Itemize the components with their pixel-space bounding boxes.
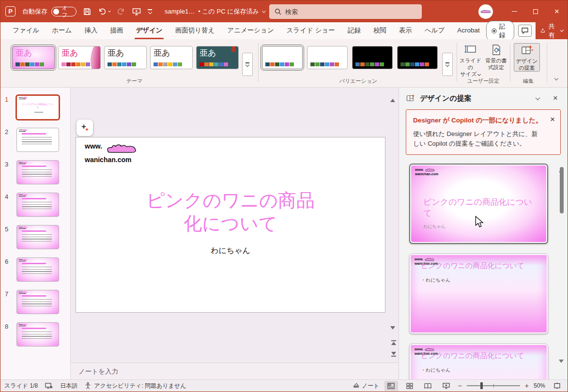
slide-3-preview[interactable] — [16, 160, 59, 184]
pane-close-button[interactable]: × — [550, 93, 561, 104]
variation-thumbnail-4[interactable] — [397, 46, 438, 69]
design-suggestion-3[interactable]: www. wanichan.com ピンクのワニの商品化について わにちゃん — [409, 344, 548, 379]
slide-6-preview[interactable] — [16, 257, 59, 282]
color-swatch — [81, 62, 85, 66]
pane-options-button[interactable] — [532, 93, 543, 104]
display-settings-button[interactable] — [45, 382, 53, 389]
zoom-in-button[interactable]: + — [525, 382, 529, 390]
slide-1-preview[interactable]: ピンクのワニの商品化について — [15, 94, 60, 121]
scroll-up-button[interactable] — [390, 90, 395, 99]
title-dropdown-icon[interactable] — [262, 9, 266, 13]
search-input[interactable] — [285, 8, 401, 15]
slide-8-preview[interactable] — [16, 322, 59, 347]
theme-thumbnail-white[interactable]: 亜あ — [150, 46, 193, 69]
tab-review[interactable]: 校閲 — [367, 22, 393, 39]
scroll-down-button[interactable] — [390, 330, 395, 338]
zoom-out-button[interactable]: − — [458, 382, 462, 390]
tab-insert[interactable]: 挿入 — [78, 22, 104, 39]
undo-button[interactable] — [98, 7, 110, 16]
autosave-toggle[interactable]: オフ — [51, 7, 77, 16]
fit-to-window-button[interactable] — [550, 381, 564, 391]
slide-2-preview[interactable] — [16, 128, 59, 152]
account-avatar[interactable] — [478, 4, 493, 19]
tab-slideshow[interactable]: スライド ショー — [280, 22, 341, 39]
tab-help[interactable]: ヘルプ — [418, 22, 451, 39]
slide-thumbnail-6[interactable]: 6 — [0, 257, 70, 282]
theme-thumbnail-dark[interactable]: 亜あ — [196, 46, 239, 69]
slide-thumbnail-2[interactable]: 2 — [0, 128, 70, 152]
close-button[interactable]: × — [546, 0, 568, 22]
designer-button[interactable]: デザイン の提案 — [514, 43, 540, 72]
quick-access-toolbar-menu[interactable] — [148, 9, 152, 13]
variation-thumbnail-1[interactable] — [262, 46, 303, 69]
tab-view[interactable]: 表示 — [393, 22, 418, 39]
slide-subtitle-textbox[interactable]: わにちゃん — [76, 246, 385, 256]
zoom-level[interactable]: 50% — [534, 382, 545, 389]
theme-thumbnail-wave[interactable]: 亜あ — [58, 46, 101, 69]
pane-scrollbar-thumb[interactable] — [560, 167, 564, 213]
slide-thumbnail-7[interactable]: 7 — [0, 290, 70, 314]
previous-slide-button[interactable] — [391, 340, 396, 345]
slide-canvas[interactable]: www. wanichan.com ピンクのワニの商品 化について わにちゃん — [76, 137, 385, 313]
slide-title-textbox[interactable]: ピンクのワニの商品 化について — [76, 189, 385, 235]
document-title[interactable]: sample1… • この PC に保存済み — [165, 7, 265, 16]
theme-thumbnail-pink[interactable]: 亜あ — [12, 46, 55, 69]
variation-thumbnail-3[interactable] — [352, 46, 393, 69]
slide-7-preview[interactable] — [16, 290, 59, 314]
save-button[interactable] — [83, 7, 92, 16]
slide-thumbnail-1[interactable]: 1 ピンクのワニの商品化について — [0, 95, 70, 120]
chevron-down-icon — [148, 10, 152, 14]
zoom-slider-thumb[interactable] — [480, 382, 483, 389]
themes-gallery-expander[interactable] — [242, 53, 253, 76]
variation-thumbnail-2[interactable] — [307, 46, 348, 69]
normal-view-button[interactable] — [384, 381, 398, 391]
powerpoint-app-icon[interactable]: P — [5, 6, 15, 16]
collapse-ribbon-button[interactable] — [552, 75, 561, 83]
logo-text-1: www. — [414, 257, 423, 261]
record-button[interactable]: 記録 — [486, 21, 514, 41]
minimize-button[interactable] — [504, 0, 525, 22]
tab-draw[interactable]: 描画 — [104, 22, 129, 39]
notes-input[interactable] — [78, 368, 282, 375]
tab-file[interactable]: ファイル — [6, 22, 46, 39]
slide-sorter-view-button[interactable] — [403, 381, 416, 391]
slideshow-view-button[interactable] — [440, 381, 453, 391]
slide-4-preview[interactable] — [16, 193, 59, 217]
slide-indicator[interactable]: スライド 1/8 — [4, 382, 38, 390]
slide-thumbnail-4[interactable]: 4 — [0, 193, 70, 217]
designer-sparkle-button[interactable] — [77, 120, 93, 136]
search-box[interactable] — [269, 4, 422, 19]
design-suggestion-2[interactable]: www. wanichan.com ピンクのワニの商品化について わにちゃん — [409, 254, 548, 334]
share-button[interactable]: 共有 — [536, 21, 568, 41]
variations-gallery-expander[interactable] — [442, 53, 453, 76]
next-slide-button[interactable] — [391, 352, 396, 357]
tab-animations[interactable]: アニメーション — [221, 22, 280, 39]
design-suggestion-1[interactable]: www. wanichan.com ピンクのワニの商品化について わにちゃん — [409, 164, 548, 244]
slide-thumbnail-8[interactable]: 8 — [0, 322, 70, 347]
maximize-button[interactable] — [525, 0, 546, 22]
tab-home[interactable]: ホーム — [46, 22, 78, 39]
slide-thumbnail-5[interactable]: 5 — [0, 225, 70, 249]
theme-thumbnail-office[interactable]: 亜あ — [104, 46, 147, 69]
language-indicator[interactable]: 日本語 — [60, 382, 77, 390]
reading-view-button[interactable] — [421, 381, 435, 391]
accessibility-checker[interactable]: アクセシビリティ: 問題ありません — [85, 382, 186, 390]
start-slideshow-button[interactable] — [132, 7, 141, 16]
pane-scroll-down-button[interactable] — [559, 363, 564, 372]
notes-pane[interactable] — [71, 362, 399, 379]
tab-record[interactable]: 記録 — [341, 22, 367, 39]
theme-sample-text: 亜あ — [154, 47, 170, 59]
slide-5-preview[interactable] — [16, 225, 59, 249]
redo-button[interactable] — [117, 7, 125, 16]
format-background-button[interactable]: 背景の書 式設定 — [483, 43, 509, 77]
slide-thumbnail-3[interactable]: 3 — [0, 160, 70, 184]
zoom-slider[interactable] — [467, 385, 520, 386]
tab-acrobat[interactable]: Acrobat — [451, 22, 486, 39]
notes-toggle-button[interactable]: ノート — [353, 382, 380, 390]
slide-size-button[interactable]: スライドの サイズ — [458, 43, 483, 77]
tab-design[interactable]: デザイン — [129, 22, 169, 39]
comments-button[interactable] — [518, 25, 532, 37]
undo-dropdown-icon[interactable] — [108, 9, 111, 12]
tab-transitions[interactable]: 画面切り替え — [169, 22, 221, 39]
notice-close-button[interactable]: × — [550, 115, 555, 123]
